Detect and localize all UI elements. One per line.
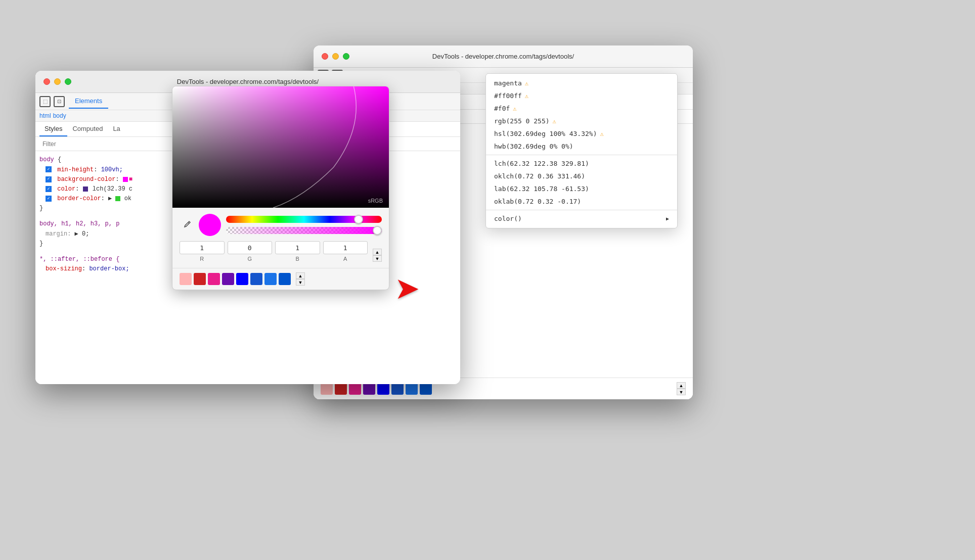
dropdown-oklch[interactable]: oklch(0.72 0.36 331.46) — [486, 170, 677, 182]
front-check-border[interactable]: ✓ — [46, 196, 52, 202]
front-check-minheight[interactable]: ✓ — [46, 166, 52, 172]
dropdown-oklch-text: oklch(0.72 0.36 331.46) — [494, 172, 585, 180]
picker-a-group: A — [323, 241, 368, 262]
dropdown-rgb[interactable]: rgb(255 0 255) ⚠ — [486, 115, 677, 127]
picker-a-input[interactable] — [323, 241, 368, 254]
color-preview-swatch — [199, 214, 221, 236]
back-step-up[interactable]: ▲ — [677, 382, 686, 389]
picker-swatches-row: ▲ ▼ — [172, 268, 389, 290]
red-arrow: ➤ — [394, 270, 420, 306]
alpha-thumb[interactable] — [373, 226, 382, 235]
back-swatch-purple[interactable] — [363, 383, 375, 395]
front-window-title: DevTools - developer.chrome.com/tags/dev… — [177, 78, 319, 85]
picker-b-label: B — [296, 256, 299, 262]
back-window-title: DevTools - developer.chrome.com/tags/dev… — [432, 53, 574, 60]
hue-slider[interactable] — [226, 216, 382, 223]
back-swatch-blue2[interactable] — [391, 383, 404, 395]
swatch-5[interactable] — [236, 273, 248, 285]
picker-controls: R G B A ▲ ▼ — [172, 208, 389, 268]
dropdown-magenta-warning: ⚠ — [525, 80, 528, 87]
dropdown-lab[interactable]: lab(62.32 105.78 -61.53) — [486, 182, 677, 195]
back-window-titlebar: DevTools - developer.chrome.com/tags/dev… — [314, 45, 693, 68]
picker-g-input[interactable] — [228, 241, 273, 254]
picker-b-input[interactable] — [275, 241, 320, 254]
picker-rgba-inputs: R G B A ▲ ▼ — [180, 241, 382, 262]
color-picker-canvas[interactable]: sRGB — [172, 86, 389, 208]
picker-g-group: G — [228, 241, 273, 262]
dropdown-f0f-text: #f0f — [494, 105, 510, 112]
front-styles-tab[interactable]: Styles — [39, 122, 67, 136]
picker-b-group: B — [275, 241, 320, 262]
dropdown-color-fn[interactable]: color() ▶ — [486, 212, 677, 225]
swatch-1[interactable] — [180, 273, 192, 285]
alpha-slider[interactable] — [226, 227, 382, 234]
picker-step-up[interactable]: ▲ — [373, 249, 382, 255]
picker-a-label: A — [343, 256, 347, 262]
dropdown-ff00ff-warning: ⚠ — [525, 92, 528, 100]
front-breadcrumb-body[interactable]: body — [53, 112, 66, 119]
dropdown-hsl-text: hsl(302.69deg 100% 43.32%) — [494, 130, 597, 137]
front-layout-tab[interactable]: La — [108, 122, 125, 136]
dropdown-color-fn-text: color() — [494, 215, 522, 222]
front-check-bgcolor[interactable]: ✓ — [46, 176, 52, 182]
front-device-icon[interactable]: ⊡ — [54, 96, 65, 107]
back-maximize-button[interactable] — [343, 53, 349, 60]
front-inspect-icon[interactable]: ⬚ — [39, 96, 51, 107]
back-traffic-lights[interactable] — [322, 53, 349, 60]
picker-r-label: R — [200, 256, 204, 262]
dropdown-divider-2 — [486, 210, 677, 210]
back-swatch-pink[interactable] — [321, 383, 333, 395]
dropdown-hwb[interactable]: hwb(302.69deg 0% 0%) — [486, 140, 677, 153]
swatch-6[interactable] — [250, 273, 262, 285]
dropdown-hwb-text: hwb(302.69deg 0% 0%) — [494, 143, 573, 150]
back-close-button[interactable] — [322, 53, 328, 60]
back-swatch-blue4[interactable] — [420, 383, 432, 395]
front-check-color[interactable]: ✓ — [46, 186, 52, 192]
dropdown-magenta-text: magenta — [494, 79, 522, 87]
swatch-2[interactable] — [194, 273, 206, 285]
dropdown-lch-text: lch(62.32 122.38 329.81) — [494, 160, 589, 167]
swatches-stepper[interactable]: ▲ ▼ — [296, 272, 305, 286]
back-swatch-stepper[interactable]: ▲ ▼ — [677, 382, 686, 395]
front-elements-tab[interactable]: Elements — [69, 94, 108, 109]
hue-thumb[interactable] — [354, 215, 363, 224]
swatch-3[interactable] — [208, 273, 220, 285]
dropdown-lab-text: lab(62.32 105.78 -61.53) — [494, 185, 589, 193]
dropdown-f0f-warning: ⚠ — [513, 105, 516, 112]
dropdown-ff00ff[interactable]: #ff00ff ⚠ — [486, 89, 677, 102]
back-step-down[interactable]: ▼ — [677, 389, 686, 395]
dropdown-lch[interactable]: lch(62.32 122.38 329.81) — [486, 157, 677, 170]
dropdown-ff00ff-text: #ff00ff — [494, 92, 522, 100]
picker-g-label: G — [247, 256, 252, 262]
dropdown-hsl[interactable]: hsl(302.69deg 100% 43.32%) ⚠ — [486, 127, 677, 140]
eyedropper-button[interactable] — [180, 218, 194, 232]
back-swatch-red[interactable] — [335, 383, 347, 395]
back-swatch-blue3[interactable] — [406, 383, 418, 395]
front-breadcrumb-html[interactable]: html — [39, 112, 51, 119]
picker-step-down[interactable]: ▼ — [373, 255, 382, 262]
back-minimize-button[interactable] — [332, 53, 339, 60]
picker-r-input[interactable] — [180, 241, 225, 254]
swatches-step-up[interactable]: ▲ — [296, 272, 305, 279]
swatch-4[interactable] — [222, 273, 234, 285]
swatch-8[interactable] — [279, 273, 291, 285]
dropdown-magenta[interactable]: magenta ⚠ — [486, 77, 677, 89]
back-swatch-magenta[interactable] — [349, 383, 361, 395]
sliders-container — [226, 216, 382, 234]
dropdown-hsl-warning: ⚠ — [600, 130, 604, 137]
picker-stepper[interactable]: ▲ ▼ — [373, 249, 382, 262]
picker-row1 — [180, 214, 382, 236]
dropdown-divider-1 — [486, 155, 677, 155]
swatch-7[interactable] — [264, 273, 277, 285]
front-close-button[interactable] — [43, 78, 50, 85]
front-traffic-lights[interactable] — [43, 78, 71, 85]
dropdown-f0f[interactable]: #f0f ⚠ — [486, 102, 677, 115]
dropdown-rgb-text: rgb(255 0 255) — [494, 117, 550, 125]
front-maximize-button[interactable] — [65, 78, 71, 85]
back-swatch-blue1[interactable] — [377, 383, 389, 395]
dropdown-oklab-text: oklab(0.72 0.32 -0.17) — [494, 198, 581, 205]
front-minimize-button[interactable] — [54, 78, 61, 85]
front-computed-tab[interactable]: Computed — [67, 122, 108, 136]
swatches-step-down[interactable]: ▼ — [296, 279, 305, 286]
dropdown-oklab[interactable]: oklab(0.72 0.32 -0.17) — [486, 195, 677, 208]
